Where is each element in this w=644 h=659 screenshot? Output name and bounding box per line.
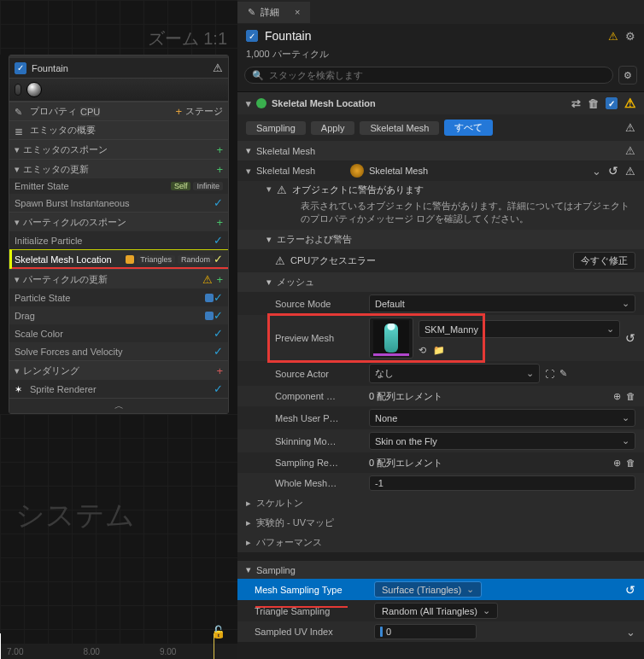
preview-mesh-dropdown[interactable]: SKM_Manny⌄ <box>419 320 620 338</box>
warning-icon[interactable]: ⚠ <box>625 144 635 157</box>
check-icon[interactable]: ✓ <box>214 345 223 358</box>
module-emitter-state[interactable]: Emitter State Self Infinite <box>9 178 228 194</box>
chevron-down-icon: ▾ <box>15 164 20 175</box>
filter-button[interactable]: ⚙ <box>618 66 637 85</box>
group-emitter-spawn[interactable]: ▾ エミッタのスポーン <box>9 139 228 159</box>
property-skeletal-mesh: ▾ Skeletal Mesh Skeletal Mesh ⌄ ↺ ⚠ <box>237 160 644 181</box>
module-spawn-burst[interactable]: Spawn Burst Instantaneous ✓ <box>9 194 228 212</box>
skinning-mode-dropdown[interactable]: Skin on the Fly⌄ <box>369 432 635 450</box>
pill-skeletal-mesh[interactable]: Skeletal Mesh <box>360 121 439 135</box>
module-skeletal-mesh-location[interactable]: Skeletal Mesh Location Triangles Random … <box>9 249 228 269</box>
graph-canvas-top[interactable]: ズーム 1:1 <box>0 0 237 55</box>
check-icon[interactable]: ✓ <box>214 309 223 322</box>
module-sprite-renderer[interactable]: Sprite Renderer ✓ <box>9 380 228 398</box>
use-selected-icon[interactable]: ⟲ <box>419 345 426 356</box>
group-emitter-update[interactable]: ▾ エミッタの更新 <box>9 159 228 178</box>
collapse-emitter-button[interactable]: ︿ <box>9 398 228 413</box>
annotation-underline <box>255 606 348 608</box>
timeline[interactable]: 7.00 8.00 9.00 <box>0 644 237 659</box>
add-stage-icon[interactable] <box>175 105 182 118</box>
subsection-errors-warnings[interactable]: ▾ エラーおよび警告 <box>237 230 644 249</box>
property-sampling-regions: Sampling Re… 0 配列エレメント ⊕ 🗑 <box>237 452 644 473</box>
group-particle-spawn[interactable]: ▾ パーティクルのスポーン <box>9 212 228 231</box>
subsection-experimental-uv[interactable]: ▸実験的 - UVマッピ <box>237 513 644 533</box>
delete-element-icon[interactable]: 🗑 <box>626 391 635 401</box>
add-module-icon[interactable] <box>216 162 223 176</box>
revert-icon[interactable]: ↺ <box>625 583 635 597</box>
graph-canvas-bottom[interactable]: システム 🔓 7.00 8.00 9.00 <box>0 414 237 659</box>
module-enabled-checkbox[interactable] <box>606 97 618 109</box>
timeline-cursor[interactable] <box>0 633 1 659</box>
subsection-mesh[interactable]: ▾ メッシュ <box>237 272 644 292</box>
warning-icon[interactable]: ⚠ <box>624 96 635 111</box>
timeline-marker[interactable] <box>214 633 214 659</box>
check-icon[interactable]: ✓ <box>214 196 223 209</box>
search-field[interactable] <box>267 69 606 81</box>
shuffle-icon[interactable]: ⇄ <box>571 97 581 110</box>
triangle-sampling-dropdown[interactable]: Random (All Triangles)⌄ <box>374 603 498 619</box>
check-icon[interactable]: ✓ <box>214 382 223 395</box>
whole-mesh-number-input[interactable]: -1 <box>369 475 635 491</box>
preview-mesh-asset-picker[interactable] <box>369 318 413 359</box>
module-initialize-particle[interactable]: Initialize Particle ✓ <box>9 231 228 249</box>
source-mode-dropdown[interactable]: Default⌄ <box>369 295 635 312</box>
add-element-icon[interactable]: ⊕ <box>613 391 621 402</box>
mesh-sampling-type-dropdown[interactable]: Surface (Triangles)⌄ <box>374 581 482 598</box>
filter-icon: ⚙ <box>624 70 632 81</box>
subsection-skeleton[interactable]: ▸スケルトン <box>237 493 644 513</box>
group-rendering[interactable]: ▾ レンダリング <box>9 360 228 380</box>
sampled-uv-index-input[interactable]: 0 <box>374 624 477 639</box>
pill-all[interactable]: すべて <box>444 120 493 136</box>
source-actor-dropdown[interactable]: なし⌄ <box>369 364 540 383</box>
eyedropper-icon[interactable]: ✎ <box>559 368 567 379</box>
browse-icon[interactable]: 📁 <box>433 345 445 356</box>
add-element-icon[interactable]: ⊕ <box>613 458 621 469</box>
add-module-icon[interactable] <box>216 143 223 156</box>
triangles-badge: Triangles <box>137 255 175 264</box>
add-module-icon[interactable] <box>216 272 223 286</box>
module-drag[interactable]: Drag ✓ <box>9 306 228 324</box>
category-sampling[interactable]: ▾ Sampling <box>237 561 644 579</box>
check-icon[interactable]: ✓ <box>214 291 223 304</box>
fix-now-button[interactable]: 今すぐ修正 <box>573 252 635 270</box>
chevron-down-icon[interactable]: ⌄ <box>626 626 635 639</box>
delete-element-icon[interactable]: 🗑 <box>626 458 635 468</box>
group-emitter-overview[interactable]: エミッタの概要 <box>9 120 228 139</box>
warning-icon[interactable]: ⚠ <box>625 165 635 178</box>
emitter-name[interactable]: Fountain <box>32 63 68 73</box>
check-icon[interactable]: ✓ <box>214 253 223 265</box>
close-icon[interactable]: × <box>295 7 300 17</box>
group-particle-update[interactable]: ▾ パーティクルの更新 ⚠ <box>9 269 228 289</box>
category-skeletal-mesh[interactable]: ▾ Skeletal Mesh ⚠ <box>237 141 644 160</box>
check-icon[interactable]: ✓ <box>214 234 223 247</box>
warning-icon[interactable]: ⚠ <box>608 30 618 43</box>
delete-icon[interactable]: 🗑 <box>588 97 599 110</box>
pick-actor-icon[interactable]: ⛶ <box>545 369 554 379</box>
material-ball-icon[interactable] <box>26 82 42 97</box>
gear-icon[interactable]: ⚙ <box>625 30 635 43</box>
pill-sampling[interactable]: Sampling <box>246 121 306 135</box>
add-module-icon[interactable] <box>216 215 223 229</box>
dot-icon <box>126 255 134 264</box>
mesh-user-param-dropdown[interactable]: None⌄ <box>369 409 635 427</box>
revert-icon[interactable]: ↺ <box>625 331 635 345</box>
add-renderer-icon[interactable] <box>216 364 223 377</box>
warning-icon[interactable]: ⚠ <box>202 273 213 286</box>
check-icon[interactable]: ✓ <box>214 327 223 340</box>
module-solve-forces[interactable]: Solve Forces and Velocity ✓ <box>9 342 228 360</box>
tab-details[interactable]: ✎ 詳細 × <box>237 2 310 23</box>
module-header[interactable]: ▾ Skeletal Mesh Location ⇄ 🗑 ⚠ <box>237 92 644 114</box>
pill-apply[interactable]: Apply <box>311 121 355 135</box>
chevron-down-icon[interactable]: ⌄ <box>592 165 601 178</box>
chevron-down-icon: ▾ <box>15 217 20 228</box>
emitter-enabled-checkbox[interactable] <box>15 62 26 74</box>
emitter-enabled-checkbox[interactable] <box>246 30 258 42</box>
warning-icon[interactable]: ⚠ <box>625 121 635 134</box>
module-particle-state[interactable]: Particle State ✓ <box>9 289 228 306</box>
search-input[interactable]: 🔍 <box>244 67 613 84</box>
subsection-performance[interactable]: ▸パフォーマンス <box>237 533 644 552</box>
module-scale-color[interactable]: Scale Color ✓ <box>9 324 228 342</box>
group-properties[interactable]: プロパティ CPU ステージ <box>9 102 228 120</box>
warning-icon[interactable]: ⚠ <box>213 61 223 74</box>
revert-icon[interactable]: ↺ <box>608 164 618 178</box>
